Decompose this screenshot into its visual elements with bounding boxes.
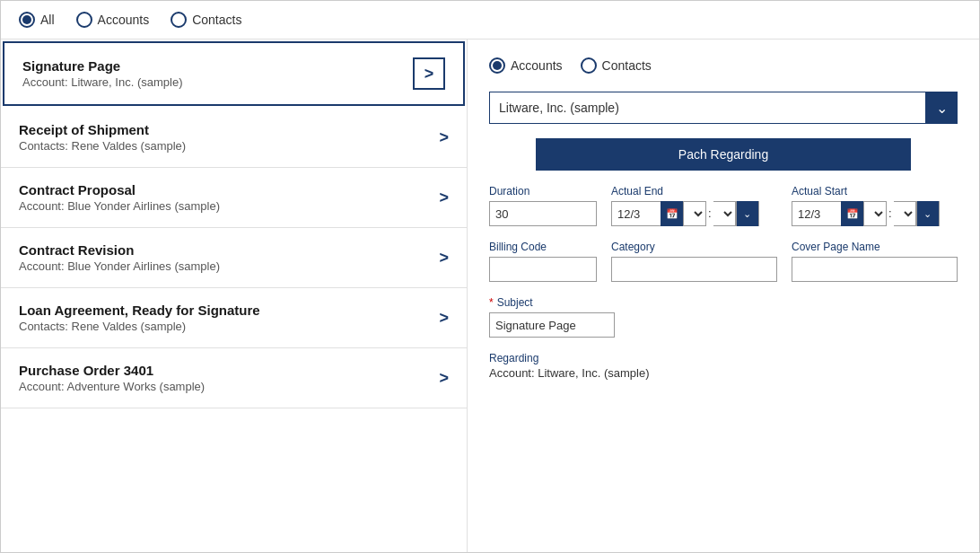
filter-all-label: All [40, 13, 55, 27]
duration-input[interactable] [489, 201, 597, 226]
cover-page-label: Cover Page Name [792, 241, 958, 253]
top-filter-bar: All Accounts Contacts [1, 1, 979, 40]
billing-code-field-group: Billing Code [489, 241, 597, 282]
category-label: Category [611, 241, 777, 253]
duration-field-group: Duration [489, 185, 597, 226]
list-item-title: Contract Proposal [19, 182, 220, 198]
chevron-right-icon: > [424, 65, 434, 83]
actual-end-date-input[interactable] [611, 201, 661, 226]
actual-end-field-group: Actual End 📅 : [611, 185, 777, 226]
list-item-title: Contract Revision [19, 242, 220, 258]
subject-label: Subject [497, 296, 533, 309]
regarding-filter-accounts[interactable]: Accounts [489, 57, 563, 74]
fields-grid: Duration Actual End 📅 [489, 185, 958, 380]
chevron-right-icon: > [439, 189, 449, 207]
list-item-title: Receipt of Shipment [19, 122, 186, 137]
list-item-subtitle: Contacts: Rene Valdes (sample) [19, 139, 186, 153]
actual-end-calendar-button[interactable]: 📅 [661, 201, 684, 226]
patch-regarding-button[interactable]: Pach Regarding [536, 138, 911, 171]
list-item-title: Loan Agreement, Ready for Signature [19, 303, 260, 318]
chevron-right-icon: > [439, 249, 449, 268]
actual-start-calendar-button[interactable]: 📅 [841, 201, 864, 226]
fields-row-2: Billing Code Category Cover Page Name [489, 241, 958, 282]
regarding-contacts-label: Contacts [602, 58, 652, 73]
left-panel: Signature Page Account: Litware, Inc. (s… [1, 40, 468, 552]
cover-page-input[interactable] [792, 257, 958, 282]
list-item[interactable]: Contract Proposal Account: Blue Yonder A… [1, 168, 467, 228]
list-item[interactable]: Receipt of Shipment Contacts: Rene Valde… [1, 108, 467, 168]
time-colon: : [706, 201, 713, 226]
subject-label-row: * Subject [489, 296, 958, 309]
actual-end-minute-select[interactable] [713, 201, 736, 226]
filter-accounts-label: Accounts [98, 13, 150, 27]
chevron-down-icon: ⌄ [743, 208, 751, 220]
radio-contacts[interactable] [171, 12, 187, 28]
calendar-icon: 📅 [666, 208, 678, 220]
list-item-subtitle: Contacts: Rene Valdes (sample) [19, 320, 260, 333]
chevron-button[interactable]: > [413, 57, 445, 90]
subject-input[interactable] [489, 312, 615, 338]
actual-end-label: Actual End [611, 185, 777, 198]
chevron-right-icon: > [439, 309, 449, 328]
actual-start-time-button[interactable]: ⌄ [916, 201, 940, 226]
regarding-filter-row: Accounts Contacts [489, 57, 958, 74]
actual-start-hour-select[interactable] [864, 201, 887, 226]
list-item-content: Contract Proposal Account: Blue Yonder A… [19, 182, 220, 213]
cover-page-field-group: Cover Page Name [792, 241, 958, 282]
regarding-label: Regarding [489, 352, 958, 364]
regarding-value: Account: Litware, Inc. (sample) [489, 366, 958, 380]
radio-regarding-contacts[interactable] [581, 57, 597, 74]
billing-code-input[interactable] [489, 257, 597, 282]
filter-accounts[interactable]: Accounts [76, 12, 150, 28]
radio-all[interactable] [19, 12, 35, 28]
main-container: All Accounts Contacts Signature Page Acc… [0, 0, 980, 553]
calendar-icon: 📅 [846, 208, 859, 220]
chevron-right-icon: > [439, 128, 449, 147]
list-item-content: Contract Revision Account: Blue Yonder A… [19, 242, 220, 273]
regarding-filter-contacts[interactable]: Contacts [581, 57, 652, 74]
list-item-title: Purchase Order 3401 [19, 363, 205, 378]
subject-required-marker: * [489, 296, 494, 309]
actual-end-time-button[interactable]: ⌄ [736, 201, 759, 226]
chevron-down-icon: ⌄ [923, 208, 932, 220]
list-item-subtitle: Account: Litware, Inc. (sample) [22, 75, 182, 89]
regarding-dropdown-button[interactable]: ⌄ [925, 92, 958, 124]
regarding-dropdown-row: Litware, Inc. (sample) ⌄ [489, 92, 958, 124]
radio-accounts[interactable] [76, 12, 92, 28]
list-item[interactable]: Loan Agreement, Ready for Signature Cont… [1, 288, 467, 348]
regarding-dropdown-field[interactable]: Litware, Inc. (sample) [489, 92, 925, 124]
actual-end-hour-select[interactable] [684, 201, 706, 226]
right-panel: Accounts Contacts Litware, Inc. (sample)… [468, 40, 979, 552]
list-item-subtitle: Account: Adventure Works (sample) [19, 380, 205, 393]
chevron-down-icon: ⌄ [936, 100, 948, 117]
regarding-dropdown-value: Litware, Inc. (sample) [499, 101, 619, 115]
category-input[interactable] [611, 257, 777, 282]
fields-row-1: Duration Actual End 📅 [489, 185, 958, 226]
regarding-accounts-label: Accounts [511, 58, 563, 73]
actual-start-input-group: 📅 : ⌄ [792, 201, 958, 226]
duration-label: Duration [489, 185, 597, 198]
list-item-content: Loan Agreement, Ready for Signature Cont… [19, 303, 260, 333]
filter-contacts-label: Contacts [192, 13, 241, 27]
actual-start-minute-select[interactable] [894, 201, 916, 226]
list-item-content: Signature Page Account: Litware, Inc. (s… [22, 58, 182, 89]
list-item-title: Signature Page [22, 58, 182, 74]
list-item[interactable]: Signature Page Account: Litware, Inc. (s… [3, 41, 465, 106]
actual-start-label: Actual Start [792, 185, 958, 198]
list-item[interactable]: Purchase Order 3401 Account: Adventure W… [1, 348, 467, 408]
actual-start-field-group: Actual Start 📅 : [792, 185, 958, 226]
list-item[interactable]: Contract Revision Account: Blue Yonder A… [1, 228, 467, 288]
filter-all[interactable]: All [19, 12, 55, 28]
subject-section: * Subject [489, 296, 958, 338]
actual-end-input-group: 📅 : ⌄ [611, 201, 777, 226]
list-item-content: Receipt of Shipment Contacts: Rene Valde… [19, 122, 186, 153]
time-colon: : [887, 201, 894, 226]
list-item-subtitle: Account: Blue Yonder Airlines (sample) [19, 199, 220, 213]
radio-regarding-accounts[interactable] [489, 57, 505, 74]
category-field-group: Category [611, 241, 777, 282]
list-item-subtitle: Account: Blue Yonder Airlines (sample) [19, 259, 220, 273]
filter-contacts[interactable]: Contacts [171, 12, 241, 28]
chevron-right-icon: > [439, 369, 449, 388]
billing-code-label: Billing Code [489, 241, 597, 253]
actual-start-date-input[interactable] [792, 201, 841, 226]
